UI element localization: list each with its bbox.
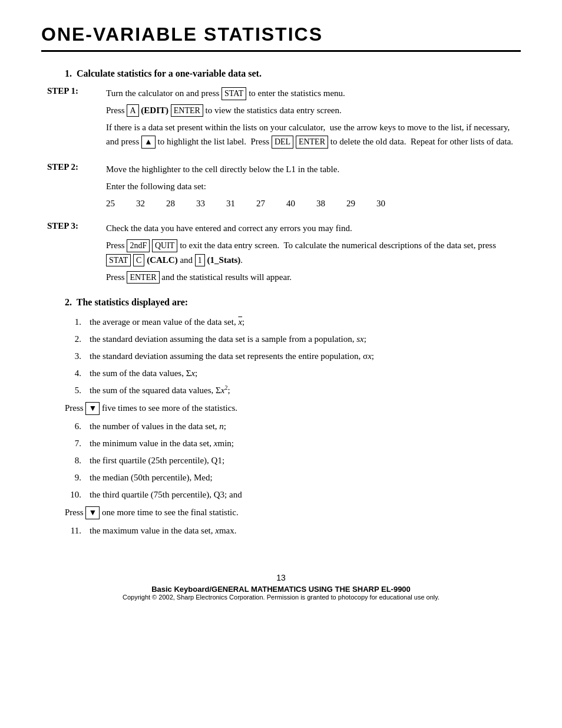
stats-list-3: 11. the maximum value in the data set, x…	[65, 523, 521, 538]
stat-item-5: 5. the sum of the squared data values, Σ…	[65, 383, 521, 397]
page-number: 13	[41, 573, 521, 582]
stats-list-2: 6. the number of values in the data set,…	[65, 419, 521, 502]
stat-item-11: 11. the maximum value in the data set, x…	[65, 523, 521, 538]
stat-item-9: 9. the median (50th percentile), Med;	[65, 470, 521, 485]
stat-text-8: the first quartile (25th percentile), Q1…	[90, 453, 224, 467]
stat-item-6: 6. the number of values in the data set,…	[65, 419, 521, 433]
key-stat: STAT	[222, 87, 246, 100]
data-val-2: 32	[136, 196, 145, 211]
key-c: C	[133, 254, 144, 267]
stat-text-3: the standard deviation assuming the data…	[90, 349, 374, 363]
stat-text-10: the third quartile (75th percentile), Q3…	[90, 487, 242, 502]
stat-num-7: 7.	[65, 436, 90, 450]
stat-item-10: 10. the third quartile (75th percentile)…	[65, 487, 521, 502]
step1-block: STEP 1: Turn the calculator on and press…	[47, 86, 521, 151]
section1-heading: 1. Calculate statistics for a one-variab…	[65, 68, 521, 79]
step2-content: Move the highlighter to the cell directl…	[106, 162, 521, 210]
stat-num-10: 10.	[65, 487, 90, 502]
data-val-7: 40	[286, 196, 295, 211]
step3-block: STEP 3: Check the data you have entered …	[47, 221, 521, 286]
stat-num-2: 2.	[65, 332, 90, 346]
data-val-5: 31	[226, 196, 235, 211]
data-val-6: 27	[256, 196, 265, 211]
stat-num-5: 5.	[65, 383, 90, 397]
step3-line1: Check the data you have entered and corr…	[106, 221, 521, 236]
step3-content: Check the data you have entered and corr…	[106, 221, 521, 286]
step3-label: STEP 3:	[47, 221, 106, 286]
key-down-arrow-1: ▼	[85, 402, 100, 415]
stat-item-1: 1. the average or mean value of the data…	[65, 315, 521, 329]
stats-list-1: 1. the average or mean value of the data…	[65, 315, 521, 397]
key-stat2: STAT	[106, 254, 131, 267]
section1: 1. Calculate statistics for a one-variab…	[41, 68, 521, 286]
section2-content: 1. the average or mean value of the data…	[65, 315, 521, 538]
stat-item-8: 8. the first quartile (25th percentile),…	[65, 453, 521, 467]
data-val-9: 29	[346, 196, 355, 211]
key-down-arrow-2: ▼	[85, 506, 100, 519]
stat-item-7: 7. the minimum value in the data set, xm…	[65, 436, 521, 450]
stat-text-4: the sum of the data values, Σx;	[90, 366, 197, 380]
step1-line1: Turn the calculator on and press STAT to…	[106, 86, 521, 101]
page-title: ONE-VARIABLE STATISTICS	[41, 24, 521, 52]
step3-line2: Press 2ndF QUIT to exit the data entry s…	[106, 238, 521, 268]
data-val-3: 28	[166, 196, 175, 211]
stat-item-2: 2. the standard deviation assuming the d…	[65, 332, 521, 346]
stat-num-4: 4.	[65, 366, 90, 380]
footer-copyright: Copyright © 2002, Sharp Electronics Corp…	[41, 594, 521, 601]
key-enter3: ENTER	[127, 271, 159, 284]
stat-num-8: 8.	[65, 453, 90, 467]
stat-text-9: the median (50th percentile), Med;	[90, 470, 213, 485]
step3-line3: Press ENTER and the statistical results …	[106, 270, 521, 285]
press-down-line-2: Press ▼ one more time to see the final s…	[65, 505, 521, 520]
key-2ndf: 2ndF	[127, 239, 150, 252]
step1-content: Turn the calculator on and press STAT to…	[106, 86, 521, 151]
stat-text-2: the standard deviation assuming the data…	[90, 332, 366, 346]
key-up: ▲	[141, 136, 156, 149]
step1-label: STEP 1:	[47, 86, 106, 151]
key-quit: QUIT	[152, 239, 177, 252]
data-val-8: 38	[316, 196, 325, 211]
step2-line2: Enter the following data set:	[106, 179, 521, 194]
step2-label: STEP 2:	[47, 162, 106, 210]
step1-line3: If there is a data set present within th…	[106, 120, 521, 150]
section2: 2. The statistics displayed are: 1. the …	[41, 297, 521, 538]
step1-line2: Press A (EDIT) ENTER to view the statist…	[106, 103, 521, 118]
stat-num-9: 9.	[65, 470, 90, 485]
stat-text-11: the maximum value in the data set, xmax.	[90, 523, 237, 538]
stat-num-6: 6.	[65, 419, 90, 433]
stat-item-4: 4. the sum of the data values, Σx;	[65, 366, 521, 380]
footer-title: Basic Keyboard/GENERAL MATHEMATICS USING…	[41, 585, 521, 594]
stat-num-11: 11.	[65, 523, 90, 538]
stat-text-1: the average or mean value of the data se…	[90, 315, 244, 329]
key-enter2: ENTER	[296, 136, 328, 149]
stat-num-1: 1.	[65, 315, 90, 329]
step2-line1: Move the highlighter to the cell directl…	[106, 162, 521, 177]
stat-item-3: 3. the standard deviation assuming the d…	[65, 349, 521, 363]
stat-text-5: the sum of the squared data values, Σx2;	[90, 383, 230, 397]
key-a: A	[127, 104, 138, 117]
data-val-10: 30	[376, 196, 385, 211]
stat-text-7: the minimum value in the data set, xmin;	[90, 436, 234, 450]
key-enter1: ENTER	[171, 104, 203, 117]
stat-text-6: the number of values in the data set, n;	[90, 419, 226, 433]
footer: 13 Basic Keyboard/GENERAL MATHEMATICS US…	[41, 573, 521, 601]
stat-num-3: 3.	[65, 349, 90, 363]
key-1: 1	[195, 254, 205, 267]
step2-block: STEP 2: Move the highlighter to the cell…	[47, 162, 521, 210]
section2-heading: 2. The statistics displayed are:	[65, 297, 521, 308]
data-val-4: 33	[196, 196, 205, 211]
data-val-1: 25	[106, 196, 115, 211]
press-down-line-1: Press ▼ five times to see more of the st…	[65, 401, 521, 416]
key-del: DEL	[272, 136, 293, 149]
data-row: 25 32 28 33 31 27 40 38 29 30	[106, 196, 521, 211]
